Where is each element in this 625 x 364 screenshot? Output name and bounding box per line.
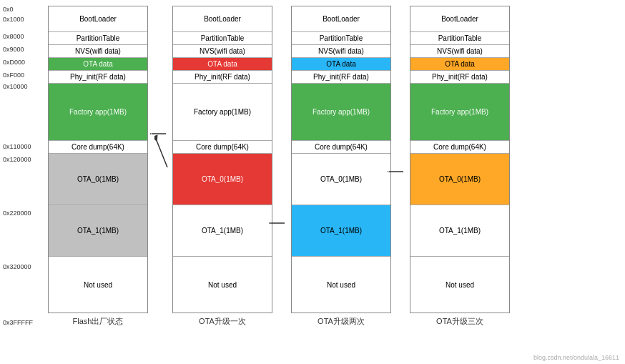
- col4-stack: BootLoader PartitionTable NVS(wifi data)…: [410, 6, 510, 313]
- partition-coredump: Core dump(64K): [49, 141, 147, 154]
- partition-bootloader: BootLoader: [292, 6, 390, 32]
- partition-bootloader: BootLoader: [49, 6, 147, 32]
- partition-ota1: OTA_1(1MB): [173, 205, 272, 257]
- partition-ota1: OTA_1(1MB): [49, 205, 147, 257]
- diagrams-area: BootLoader PartitionTable NVS(wifi data)…: [41, 6, 516, 327]
- partition-bootloader: BootLoader: [173, 6, 272, 32]
- col3-stack: BootLoader PartitionTable NVS(wifi data)…: [291, 6, 391, 313]
- partition-notused: Not used: [292, 257, 390, 313]
- left-arrow2-svg: [269, 218, 285, 228]
- partition-ota1: OTA_1(1MB): [410, 205, 509, 257]
- partition-ota-data: OTA data: [173, 58, 272, 71]
- svg-line-0: [156, 139, 167, 167]
- partition-ota1: OTA_1(1MB): [292, 205, 390, 257]
- partition-factory: Factory app(1MB): [292, 84, 390, 141]
- left-arrow3-svg: [388, 167, 403, 177]
- col4-arrow-left: [388, 167, 403, 177]
- partition-table: PartitionTable: [292, 32, 390, 45]
- y-axis: 0x0 0x1000 0x8000 0x9000 0xD000 0xF000 0…: [3, 6, 40, 326]
- partition-table: PartitionTable: [173, 32, 272, 45]
- col4-title: OTA升级三次: [436, 316, 483, 327]
- partition-nvs: NVS(wifi data): [292, 45, 390, 58]
- partition-nvs: NVS(wifi data): [173, 45, 272, 58]
- partition-ota0: OTA_0(1MB): [49, 154, 147, 205]
- col2-wrapper: BootLoader PartitionTable NVS(wifi data)…: [166, 6, 279, 327]
- partition-factory: Factory app(1MB): [49, 84, 147, 141]
- partition-nvs: NVS(wifi data): [49, 45, 147, 58]
- partition-ota-data: OTA data: [292, 58, 390, 71]
- partition-factory: Factory app(1MB): [173, 84, 272, 141]
- partition-phy: Phy_init(RF data): [410, 71, 509, 84]
- partition-phy: Phy_init(RF data): [173, 71, 272, 84]
- partition-coredump: Core dump(64K): [292, 141, 390, 154]
- arrow1-svg: [154, 6, 169, 313]
- partition-table: PartitionTable: [410, 32, 509, 45]
- col4-wrapper: BootLoader PartitionTable NVS(wifi data)…: [403, 6, 516, 327]
- partition-phy: Phy_init(RF data): [49, 71, 147, 84]
- watermark: blog.csdn.net/ondulala_16611: [533, 354, 619, 361]
- partition-table: PartitionTable: [49, 32, 147, 45]
- partition-factory: Factory app(1MB): [410, 84, 509, 141]
- col2-title: OTA升级一次: [199, 316, 246, 327]
- partition-notused: Not used: [410, 257, 509, 313]
- partition-ota0: OTA_0(1MB): [292, 154, 390, 205]
- col3-wrapper: BootLoader PartitionTable NVS(wifi data)…: [285, 6, 398, 327]
- col2-stack: BootLoader PartitionTable NVS(wifi data)…: [172, 6, 272, 313]
- partition-ota0: OTA_0(1MB): [410, 154, 509, 205]
- partition-coredump: Core dump(64K): [410, 141, 509, 154]
- partition-bootloader: BootLoader: [410, 6, 509, 32]
- col3-title: OTA升级两次: [318, 316, 365, 327]
- partition-coredump: Core dump(64K): [173, 141, 272, 154]
- partition-notused: Not used: [49, 257, 147, 313]
- col3-arrow-left: [269, 218, 285, 228]
- col1-stack: BootLoader PartitionTable NVS(wifi data)…: [48, 6, 148, 313]
- partition-nvs: NVS(wifi data): [410, 45, 509, 58]
- partition-ota-data: OTA data: [410, 58, 509, 71]
- col1-wrapper: BootLoader PartitionTable NVS(wifi data)…: [41, 6, 154, 327]
- partition-ota-data: OTA data: [49, 58, 147, 71]
- partition-ota0: OTA_0(1MB): [173, 154, 272, 205]
- partition-phy: Phy_init(RF data): [292, 71, 390, 84]
- col1-title: Flash出厂状态: [73, 316, 124, 327]
- partition-notused: Not used: [173, 257, 272, 313]
